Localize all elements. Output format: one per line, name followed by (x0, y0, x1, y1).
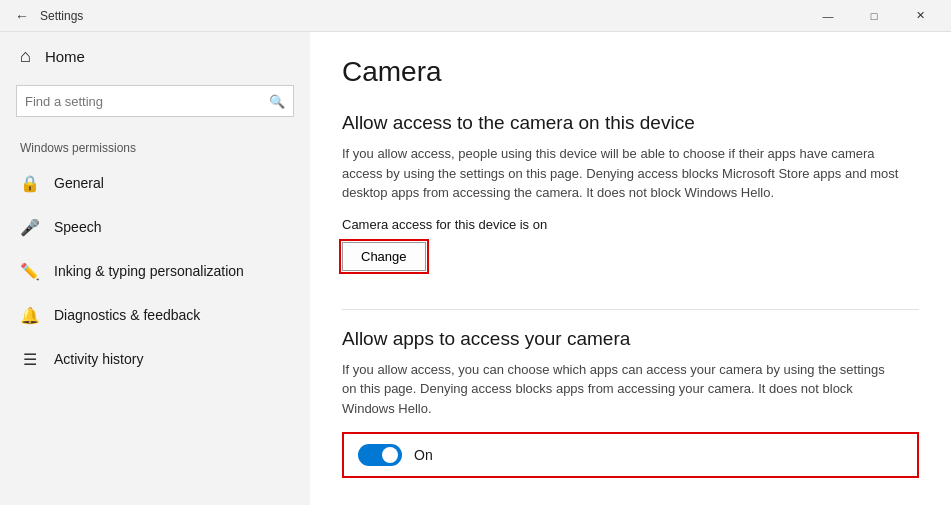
sidebar-item-label: Inking & typing personalization (54, 263, 244, 279)
window-controls: — □ ✕ (805, 0, 943, 32)
change-button[interactable]: Change (342, 242, 426, 271)
sidebar-item-inking[interactable]: ✏️ Inking & typing personalization (0, 249, 310, 293)
camera-status: Camera access for this device is on (342, 217, 919, 232)
sidebar-item-diagnostics[interactable]: 🔔 Diagnostics & feedback (0, 293, 310, 337)
sidebar-item-label: Diagnostics & feedback (54, 307, 200, 323)
sidebar-item-label: Speech (54, 219, 101, 235)
close-button[interactable]: ✕ (897, 0, 943, 32)
toggle-row: On (342, 432, 919, 478)
sidebar-home[interactable]: ⌂ Home (0, 32, 310, 81)
search-input[interactable] (25, 94, 269, 109)
section1-title: Allow access to the camera on this devic… (342, 112, 919, 134)
page-title: Camera (342, 56, 919, 88)
pen-icon: ✏️ (20, 262, 40, 281)
bell-icon: 🔔 (20, 306, 40, 325)
toggle-label: On (414, 447, 433, 463)
sidebar-item-general[interactable]: 🔒 General (0, 161, 310, 205)
titlebar: ← Settings — □ ✕ (0, 0, 951, 32)
maximize-button[interactable]: □ (851, 0, 897, 32)
sidebar-item-label: General (54, 175, 104, 191)
sidebar-section-title: Windows permissions (0, 133, 310, 161)
section1-desc: If you allow access, people using this d… (342, 144, 902, 203)
titlebar-title: Settings (40, 9, 83, 23)
sidebar-item-activity[interactable]: ☰ Activity history (0, 337, 310, 381)
minimize-button[interactable]: — (805, 0, 851, 32)
mic-icon: 🎤 (20, 218, 40, 237)
search-icon: 🔍 (269, 94, 285, 109)
history-icon: ☰ (20, 350, 40, 369)
camera-toggle[interactable] (358, 444, 402, 466)
main-area: ⌂ Home 🔍 Windows permissions 🔒 General 🎤… (0, 32, 951, 505)
back-button[interactable]: ← (8, 2, 36, 30)
search-box: 🔍 (16, 85, 294, 117)
content-area: Camera Allow access to the camera on thi… (310, 32, 951, 505)
section-divider (342, 309, 919, 310)
section2-title: Allow apps to access your camera (342, 328, 919, 350)
lock-icon: 🔒 (20, 174, 40, 193)
sidebar: ⌂ Home 🔍 Windows permissions 🔒 General 🎤… (0, 32, 310, 505)
home-label: Home (45, 48, 85, 65)
home-icon: ⌂ (20, 46, 31, 67)
sidebar-item-label: Activity history (54, 351, 143, 367)
section2-desc: If you allow access, you can choose whic… (342, 360, 902, 419)
sidebar-item-speech[interactable]: 🎤 Speech (0, 205, 310, 249)
